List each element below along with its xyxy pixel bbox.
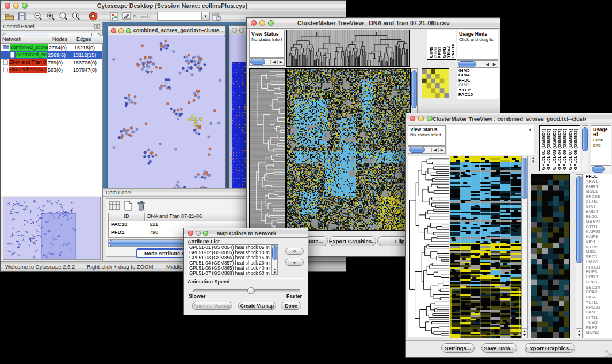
tv2-gene-list[interactable]: PFD1YRA1RNR4MSL1SPC98CLN1NIS1BUD4ELG1MAK… [584,174,612,338]
annotation-icon[interactable] [120,10,133,22]
tv2-heatmap-vscrollbar[interactable]: ▲▼ [521,156,528,338]
minimize-button[interactable] [196,231,201,236]
network-table-row[interactable]: combined_scores2764(0)16218(0) [1,44,102,51]
search-input[interactable] [157,12,202,21]
animate-vizmap-button[interactable]: Animate Vizmap [192,302,232,310]
close-button[interactable] [232,28,237,33]
tv2-column-label[interactable]: GPL51-02 (GSM855) [546,129,551,170]
table-mode-icon[interactable] [109,201,120,213]
tv2-view-status-hscrollbar[interactable]: ◀▶ [408,146,446,154]
col-edges[interactable]: Edges [75,36,103,44]
tv2-export-graphics-button[interactable]: Export Graphics... [525,343,575,353]
tv1-gene-list[interactable]: GIM5GIM4PFD1GIM3YKE2PAC10 [457,68,499,99]
col-network[interactable]: Network [1,36,51,44]
dialog-titlebar[interactable]: Map Colors to Network [184,228,308,238]
tv2-label-arrows[interactable]: ▲▼ [531,156,535,164]
attribute-list-item[interactable]: GPL51-07 (GSM868) heat shock 60 min [189,271,278,275]
slider-thumb[interactable] [247,287,255,294]
delete-attribute-icon[interactable] [136,201,146,213]
minimize-button[interactable] [13,3,19,9]
attribute-list-vscrollbar[interactable]: ▲▼ [271,245,278,275]
minimize-button[interactable] [118,28,124,33]
minimize-button[interactable] [259,20,265,26]
tv2-genelist-vscrollbar[interactable]: ▲▼ [576,174,583,338]
data-col-id[interactable]: ID [109,213,145,221]
resize-grip[interactable] [605,350,612,357]
done-button[interactable]: Done [281,302,301,310]
network-overview-canvas[interactable] [3,197,101,260]
tv2-column-label[interactable]: GPL51-08 (GSM872) [573,129,578,170]
zoom-fit-icon[interactable] [70,10,82,22]
zoom-button[interactable] [126,28,131,33]
tv1-usage-hscrollbar[interactable]: ◀▶ [457,60,498,68]
attribute-list-item[interactable]: GPL51-04 (GSM857) heat shock 20 min [189,260,278,266]
search-dropdown[interactable]: ▼ [202,12,210,21]
treeview2-titlebar[interactable]: ClusterMaker TreeView : combined_scores_… [406,113,612,124]
zoom-button[interactable] [427,116,433,121]
network-table-row[interactable]: combined_sco2569(6)13112(15) [1,51,102,59]
tv1-mini-matrix[interactable] [422,68,449,98]
move-up-button[interactable]: ^ [285,248,304,255]
tv1-export-graphics-button[interactable]: Export Graphics... [329,236,376,246]
save-icon[interactable] [16,10,28,22]
minimize-button[interactable] [418,116,424,121]
tv2-settings-button[interactable]: Settings... [441,343,475,353]
tv2-row-dendrogram[interactable] [408,156,449,337]
vizmapper-icon[interactable] [108,10,120,22]
network-name[interactable]: combined_scores [10,44,48,51]
network-name[interactable]: DNA and Tran 07 [9,59,47,66]
close-button[interactable] [188,231,193,236]
zoom-in-icon[interactable] [44,10,57,22]
attribute-browser-icon[interactable] [210,10,223,22]
close-button[interactable] [111,28,116,33]
attribute-list-item[interactable]: GPL51-06 (GSM865) heat shock 40 min [189,266,278,271]
tv2-column-label[interactable]: GPL51-03 (GSM856) [552,129,557,170]
animation-speed-slider[interactable] [193,287,299,293]
close-button[interactable] [5,3,10,9]
zoom-button[interactable] [22,3,28,9]
network-view-canvas[interactable] [108,35,224,209]
tv1-column-dendrogram[interactable] [286,30,410,67]
attribute-list-item[interactable]: GPL51-02 (GSM855) heat shock 10 min [189,250,278,255]
network-table-row[interactable]: RNAPuberNov2+|563(0)107847(0) [1,66,102,74]
tv2-column-label[interactable]: GPL51-07 (GSM868) [568,129,573,170]
tv2-col-arrow[interactable]: ◀ [529,127,531,131]
tv2-save-data-button[interactable]: Save Data... [481,343,517,353]
zoom-button[interactable] [268,20,274,26]
close-button[interactable] [410,116,415,121]
network-name[interactable]: RNAPuberNov2+| [9,67,47,73]
tv1-column-label[interactable]: PAC10 [450,44,456,58]
zoom-out-icon[interactable] [32,10,44,22]
create-vizmap-button[interactable]: Create Vizmap [238,302,276,310]
tv2-heatmap-canvas[interactable] [450,156,521,338]
treeview1-titlebar[interactable]: ClusterMaker TreeView : DNA and Tran 07-… [247,18,500,29]
tv1-view-status-hscrollbar[interactable]: ◀▶ [249,58,285,66]
minimize-button[interactable] [239,28,244,33]
network-view-window-1[interactable]: combined_scores_good.txt--cluste... [108,25,226,211]
main-titlebar[interactable]: Cytoscape Desktop (Session Name: collins… [1,1,346,11]
new-attribute-icon[interactable] [124,201,133,213]
tv2-usage-hscrollbar[interactable] [591,166,611,173]
close-button[interactable] [251,20,257,26]
help-lifering-icon[interactable] [87,10,100,22]
move-down-button[interactable]: v [285,259,304,266]
float-panel-icon[interactable] [94,21,100,32]
tv1-gene-label[interactable]: PAC10 [457,93,499,97]
tv2-detail-heatmap[interactable] [531,174,570,338]
network-table-row[interactable]: DNA and Tran 07769(0)183728(0) [1,59,102,66]
zoom-button[interactable] [203,231,208,236]
open-file-icon[interactable] [3,10,16,22]
tv2-column-label[interactable]: GPL51-06 (GSM865) [562,129,567,170]
attribute-list-item[interactable]: GPL51-03 (GSM856) heat shock 15 min [189,255,278,260]
tv2-labels-vscrollbar[interactable] [582,125,588,171]
network-name[interactable]: combined_sco [16,52,47,58]
tv1-heatmap-canvas[interactable] [286,68,411,231]
col-nodes[interactable]: Nodes [51,36,75,44]
attribute-list[interactable]: GPL51-01 (GSM854) heat shock 05 minGPL51… [188,244,278,275]
tv2-column-label[interactable]: GPL51-01 (GSM854) [541,129,546,170]
attribute-list-item[interactable]: GPL51-01 (GSM854) heat shock 05 min [189,245,278,250]
zoom-selected-icon[interactable] [57,10,70,22]
tv2-gene-label[interactable]: MON2 [584,330,612,335]
tv1-row-dendrogram[interactable] [249,68,286,231]
tv2-column-label[interactable]: GPL51-04 (GSM857) [557,129,562,170]
